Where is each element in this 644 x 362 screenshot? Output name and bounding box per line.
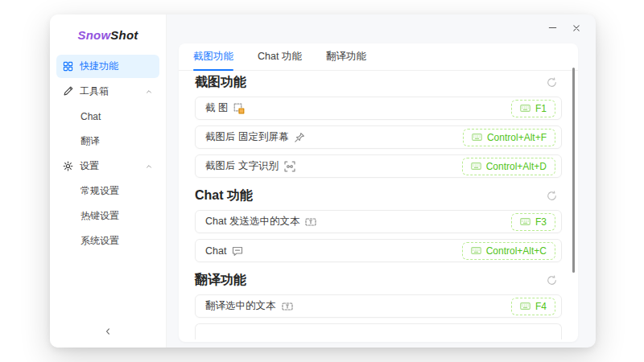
- sidebar-item-settings[interactable]: 设置: [56, 154, 159, 178]
- shortcut-badge[interactable]: Control+Alt+D: [462, 158, 555, 175]
- hotkey-content: 截图功能截 图F1截图后 固定到屏幕Control+Alt+F截图后 文字识别C…: [179, 71, 578, 342]
- shortcut-text: Control+Alt+C: [486, 245, 547, 257]
- sidebar-collapse-button[interactable]: [50, 317, 166, 348]
- shortcut-badge[interactable]: F3: [511, 213, 555, 231]
- sidebar-item-label: 常规设置: [80, 184, 119, 198]
- section-translate: 翻译功能翻译选中的文本F4: [195, 272, 562, 339]
- hotkey-row-left: Chat 发送选中的文本: [205, 215, 316, 228]
- ocr-icon: [284, 161, 295, 172]
- hotkey-row: Chat 发送选中的文本F3: [195, 210, 562, 233]
- tab-translate[interactable]: 翻译功能: [326, 43, 366, 70]
- sidebar-item-system-settings[interactable]: 系统设置: [56, 229, 159, 253]
- tab-label: 截图功能: [193, 50, 233, 64]
- hotkey-row: 截 图F1: [195, 97, 562, 120]
- reload-icon[interactable]: [547, 275, 557, 286]
- section-screenshot: 截图功能截 图F1截图后 固定到屏幕Control+Alt+F截图后 文字识别C…: [195, 74, 562, 178]
- hotkey-row: 截图后 固定到屏幕Control+Alt+F: [195, 125, 562, 149]
- logo-text-snow: Snow: [78, 28, 111, 42]
- shortcut-badge[interactable]: F1: [511, 100, 555, 117]
- shortcut-badge[interactable]: F4: [511, 298, 555, 315]
- hotkey-row-left: 截 图: [205, 101, 245, 115]
- sidebar-item-label: 翻译: [80, 134, 100, 148]
- section-title: 截图功能: [195, 74, 246, 90]
- keyboard-icon: [520, 103, 530, 113]
- hotkey-label: 截图后 文字识别: [205, 159, 279, 173]
- hotkey-label: Chat 发送选中的文本: [205, 215, 299, 228]
- section-header: 翻译功能: [195, 272, 562, 288]
- section-header: 截图功能: [195, 74, 562, 90]
- shortcut-text: Control+Alt+D: [486, 161, 547, 172]
- keyboard-icon: [520, 301, 530, 311]
- tab-screenshot[interactable]: 截图功能: [193, 43, 233, 70]
- keyboard-icon: [471, 245, 481, 256]
- hotkey-label: 截 图: [205, 101, 228, 115]
- titlebar: [167, 14, 596, 43]
- grid-icon: [63, 61, 73, 72]
- hotkey-label: 翻译选中的文本: [205, 299, 276, 313]
- section-header: Chat 功能: [195, 187, 562, 204]
- sidebar-item-translate[interactable]: 翻译: [56, 130, 159, 153]
- pen-icon: [63, 86, 73, 97]
- chevron-up-icon: [145, 88, 153, 96]
- minimize-icon: [547, 22, 558, 36]
- sidebar-item-label: 工具箱: [80, 84, 109, 98]
- chevron-up-icon: [145, 162, 153, 171]
- tab-label: Chat 功能: [258, 50, 302, 64]
- hotkey-row: 翻译选中的文本F4: [195, 294, 562, 318]
- tab-chat[interactable]: Chat 功能: [258, 43, 302, 70]
- section-chat: Chat 功能Chat 发送选中的文本F3ChatControl+Alt+C: [195, 187, 562, 262]
- shortcut-badge[interactable]: Control+Alt+C: [462, 242, 555, 260]
- sidebar-item-label: 热键设置: [80, 209, 119, 223]
- sidebar: SnowShot 快捷功能工具箱Chat翻译设置常规设置热键设置系统设置: [50, 14, 167, 348]
- sidebar-item-toolbox[interactable]: 工具箱: [56, 80, 159, 103]
- close-button[interactable]: [568, 21, 584, 37]
- hotkey-row: 截图后 文字识别Control+Alt+D: [195, 154, 562, 178]
- hotkey-label: Chat: [205, 245, 226, 257]
- screenshot-icon: [233, 103, 245, 114]
- gear-icon: [63, 161, 73, 171]
- logo-text-shot: Shot: [110, 28, 138, 42]
- hotkey-row-left: 截图后 固定到屏幕: [205, 130, 305, 144]
- minimize-button[interactable]: [544, 21, 560, 37]
- section-title: Chat 功能: [195, 187, 253, 204]
- hotkey-row: ChatControl+Alt+C: [195, 239, 562, 262]
- tab-label: 翻译功能: [326, 50, 366, 64]
- scrollbar-thumb[interactable]: [572, 68, 575, 273]
- tab-bar: 截图功能Chat 功能翻译功能: [179, 43, 578, 71]
- app-window: SnowShot 快捷功能工具箱Chat翻译设置常规设置热键设置系统设置 截图功…: [50, 14, 596, 348]
- shortcut-text: F4: [535, 301, 547, 312]
- keyboard-icon: [472, 132, 482, 142]
- sidebar-item-hotkey-settings[interactable]: 热键设置: [56, 204, 159, 228]
- chevron-left-icon: [103, 325, 113, 339]
- close-icon: [572, 22, 581, 36]
- keyboard-icon: [520, 216, 530, 227]
- hotkey-row-left: 截图后 文字识别: [205, 159, 295, 173]
- sidebar-item-shortcuts[interactable]: 快捷功能: [56, 55, 159, 78]
- sidebar-item-chat[interactable]: Chat: [56, 105, 159, 128]
- shortcut-badge[interactable]: Control+Alt+F: [463, 129, 555, 146]
- sidebar-item-label: 系统设置: [80, 234, 119, 248]
- hotkey-row-left: 翻译选中的文本: [205, 299, 293, 313]
- reload-icon[interactable]: [547, 191, 557, 201]
- shortcut-text: F1: [535, 103, 547, 114]
- hotkey-row-partial: [195, 323, 562, 339]
- sidebar-item-general-settings[interactable]: 常规设置: [56, 179, 159, 203]
- message-icon: [232, 245, 243, 257]
- sidebar-nav: 快捷功能工具箱Chat翻译设置常规设置热键设置系统设置: [50, 55, 166, 317]
- content-card: 截图功能Chat 功能翻译功能 截图功能截 图F1截图后 固定到屏幕Contro…: [179, 43, 578, 342]
- shortcut-text: Control+Alt+F: [487, 132, 547, 143]
- reload-icon[interactable]: [547, 77, 557, 88]
- pin-icon: [294, 132, 305, 143]
- sidebar-item-label: Chat: [80, 111, 101, 122]
- keyboard-icon: [471, 161, 481, 171]
- app-logo: SnowShot: [50, 14, 166, 55]
- main-area: 截图功能Chat 功能翻译功能 截图功能截 图F1截图后 固定到屏幕Contro…: [167, 14, 596, 348]
- hotkey-row-left: Chat: [205, 245, 243, 257]
- sidebar-item-label: 设置: [80, 159, 99, 173]
- shortcut-text: F3: [535, 216, 547, 228]
- select-text-icon: [282, 301, 293, 312]
- hotkey-label: 截图后 固定到屏幕: [205, 130, 288, 144]
- select-text-icon: [305, 216, 316, 228]
- section-title: 翻译功能: [195, 272, 246, 288]
- sidebar-item-label: 快捷功能: [80, 60, 118, 73]
